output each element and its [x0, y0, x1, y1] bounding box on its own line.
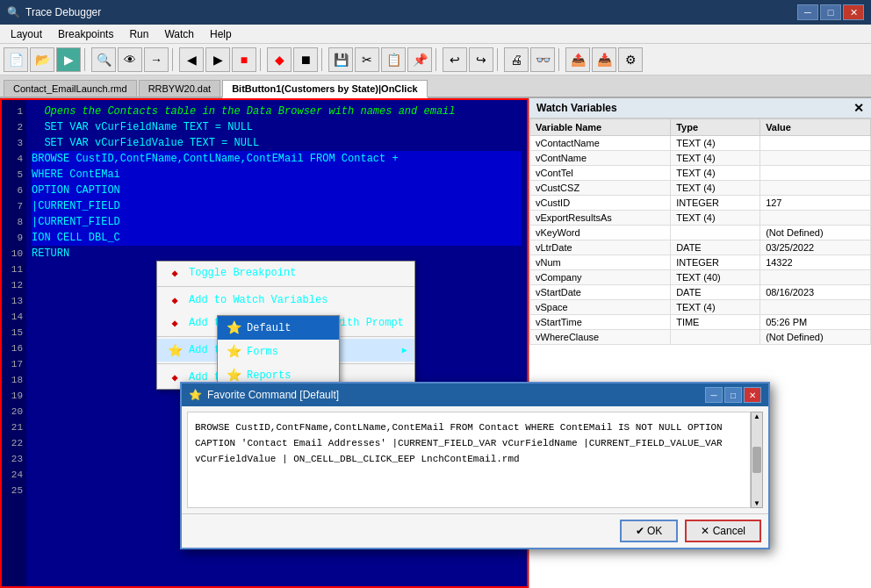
line-numbers: 12345 678910 1112131415 1617181920 21222… [2, 100, 26, 586]
watch-row: vContTel TEXT (4) [530, 166, 871, 181]
toolbar-save[interactable]: 💾 [328, 47, 353, 72]
toolbar-toggle-bp[interactable]: ⏹ [293, 47, 318, 72]
code-line: ION CELL DBL_C [32, 230, 522, 246]
watch-row: vExportResultsAs TEXT (4) [530, 211, 871, 226]
ctx-add-watch[interactable]: ◆ Add to Watch Variables [157, 289, 414, 312]
menu-layout[interactable]: Layout [4, 26, 49, 42]
tab-rrbyw20[interactable]: RRBYW20.dat [139, 80, 221, 97]
scroll-thumb[interactable] [752, 447, 761, 473]
tab-contact-email[interactable]: Contact_EmailLaunch.rmd [4, 80, 137, 97]
toolbar-step[interactable]: → [144, 47, 169, 72]
submenu-forms[interactable]: ⭐ Forms [218, 340, 339, 363]
watch-var-value: 127 [760, 196, 871, 211]
toolbar-copy[interactable]: 📋 [381, 47, 406, 72]
watch-var-name: vContTel [530, 166, 671, 181]
scroll-up[interactable]: ▲ [753, 412, 760, 420]
dialog-content[interactable]: BROWSE CustID,ContFName,ContLName,ContEM… [187, 412, 751, 508]
code-line: |CURRENT_FIELD [32, 198, 522, 214]
dialog-footer: ✔ OK ✕ Cancel [182, 513, 768, 548]
menu-breakpoints[interactable]: Breakpoints [51, 26, 120, 42]
minimize-button[interactable]: ─ [797, 4, 818, 20]
code-line: |CURRENT_FIELD [32, 214, 522, 230]
toolbar-stop[interactable]: ■ [232, 47, 256, 72]
watch-close-button[interactable]: ✕ [853, 101, 864, 115]
star-icon-reports: ⭐ [227, 368, 241, 383]
watch-var-type: TEXT (4) [671, 166, 760, 181]
watch-var-name: vNum [530, 255, 671, 270]
toolbar-search[interactable]: 🔍 [91, 47, 116, 72]
toolbar-watch[interactable]: 👁 [118, 47, 142, 72]
submenu-default[interactable]: ⭐ Default [218, 316, 339, 340]
watch-var-name: vSpace [530, 300, 671, 315]
watch-var-type: TEXT (4) [671, 211, 760, 226]
cancel-button[interactable]: ✕ Cancel [685, 520, 761, 542]
tab-bitbutton[interactable]: BitButton1(Customers by State)|OnClick [222, 80, 428, 98]
toolbar-undo[interactable]: ↩ [443, 47, 467, 72]
toolbar-breakpoint[interactable]: ◆ [267, 47, 292, 72]
maximize-button[interactable]: □ [820, 4, 841, 20]
watch-row: vStartDate DATE 08/16/2023 [530, 285, 871, 300]
watch-icon: ◆ [168, 293, 182, 307]
dialog-maximize[interactable]: □ [724, 387, 742, 403]
watch-var-value: 08/16/2023 [760, 285, 871, 300]
watch-var-name: vWhereClause [530, 330, 671, 345]
dialog-close[interactable]: ✕ [744, 387, 761, 403]
watch-row: vSpace TEXT (4) [530, 300, 871, 315]
toolbar-preview[interactable]: 👓 [530, 47, 555, 72]
toolbar-open[interactable]: 📂 [30, 47, 54, 72]
toolbar-print[interactable]: 🖨 [504, 47, 529, 72]
watch-var-type: TEXT (4) [671, 300, 760, 315]
star-icon-default: ⭐ [227, 320, 241, 335]
toolbar-new[interactable]: 📄 [4, 47, 28, 72]
toolbar-export[interactable]: 📤 [565, 47, 590, 72]
toolbar-paste[interactable]: 📌 [407, 47, 432, 72]
watch-row: vLtrDate DATE 03/25/2022 [530, 240, 871, 255]
scroll-down[interactable]: ▼ [753, 499, 760, 507]
dialog-scrollbar[interactable]: ▲ ▼ [751, 412, 763, 508]
menu-help[interactable]: Help [203, 26, 239, 42]
menu-bar: Layout Breakpoints Run Watch Help [0, 25, 871, 44]
title-bar: 🔍 Trace Debugger ─ □ ✕ [0, 0, 871, 25]
watch-var-value [760, 270, 871, 285]
toolbar-run[interactable]: ▶ [56, 47, 81, 72]
ctx-toggle-breakpoint[interactable]: ◆ Toggle Breakpoint [157, 262, 414, 284]
favorites-icon: ⭐ [168, 343, 182, 357]
toolbar-back[interactable]: ◀ [179, 47, 204, 72]
col-value: Value [760, 119, 871, 136]
watch-row: vContName TEXT (4) [530, 151, 871, 166]
watch-row: vCompany TEXT (40) [530, 270, 871, 285]
tab-bar: Contact_EmailLaunch.rmd RRBYW20.dat BitB… [0, 75, 871, 98]
close-button[interactable]: ✕ [843, 4, 864, 20]
watch-row: vStartTime TIME 05:26 PM [530, 315, 871, 330]
dialog-title: Favorite Command [Default] [207, 389, 339, 401]
watch-row: vContactName TEXT (4) [530, 136, 871, 151]
toolbar-forward[interactable]: ▶ [205, 47, 230, 72]
watch-var-type: DATE [671, 285, 760, 300]
toolbar-sep-4 [321, 48, 325, 71]
watch-row: vKeyWord (Not Defined) [530, 226, 871, 240]
watch-header: Watch Variables ✕ [529, 98, 871, 118]
watch-row: vNum INTEGER 14322 [530, 255, 871, 270]
col-type: Type [671, 119, 760, 136]
star-icon-forms: ⭐ [227, 344, 241, 359]
code-line: SET VAR vCurFieldName TEXT = NULL [32, 119, 522, 135]
toolbar-sep-2 [172, 48, 176, 71]
code-line: SET VAR vCurFieldValue TEXT = NULL [32, 135, 522, 151]
menu-run[interactable]: Run [122, 26, 155, 42]
watch-var-value [760, 136, 871, 151]
toolbar-import[interactable]: 📥 [592, 47, 616, 72]
watch-var-type: TEXT (4) [671, 181, 760, 196]
toolbar-sep-1 [84, 48, 88, 71]
watch-var-name: vCustCSZ [530, 181, 671, 196]
watch-var-name: vKeyWord [530, 226, 671, 240]
ok-button[interactable]: ✔ OK [620, 520, 679, 542]
watch-var-type [671, 226, 760, 240]
dialog-minimize[interactable]: ─ [705, 387, 723, 403]
code-line: Opens the Contacts table in the Data Bro… [32, 104, 522, 119]
menu-watch[interactable]: Watch [157, 26, 201, 42]
favorite-dialog: ⭐ Favorite Command [Default] ─ □ ✕ BROWS… [180, 382, 770, 549]
toolbar-settings[interactable]: ⚙ [618, 47, 643, 72]
toolbar-cut[interactable]: ✂ [355, 47, 379, 72]
toolbar-redo[interactable]: ↪ [469, 47, 493, 72]
toolbar-sep-6 [497, 48, 500, 71]
